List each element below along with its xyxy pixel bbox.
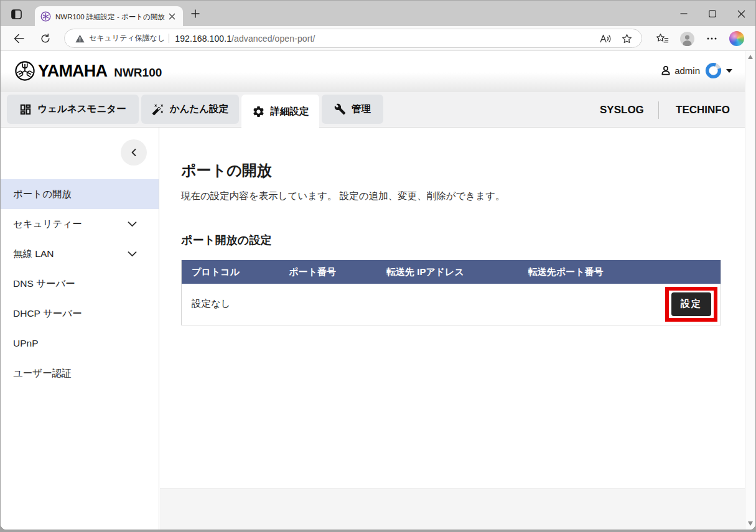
yamaha-logo-icon bbox=[14, 60, 35, 82]
sidebar-item-label: ユーザー認証 bbox=[13, 367, 72, 380]
wrench-icon bbox=[334, 103, 346, 115]
tab-label: 詳細設定 bbox=[271, 105, 309, 118]
sidebar-item-upnp[interactable]: UPnP bbox=[1, 329, 159, 358]
browser-tabbar: NWR100 詳細設定 - ポートの開放 bbox=[1, 0, 755, 26]
sidebar-item-label: UPnP bbox=[13, 338, 39, 349]
tab-wellness-monitor[interactable]: ウェルネスモニター bbox=[7, 95, 139, 124]
tab-label: ウェルネスモニター bbox=[37, 103, 126, 116]
sidebar: ポートの開放 セキュリティー 無線 LAN bbox=[1, 128, 159, 530]
site-favicon-icon bbox=[40, 11, 51, 22]
scrollbar-down-icon[interactable] bbox=[748, 521, 753, 526]
url-path: /advanced/open-port/ bbox=[231, 34, 315, 44]
sidebar-item-label: DNS サーバー bbox=[13, 278, 75, 291]
tab-easy-setup[interactable]: かんたん設定 bbox=[141, 95, 239, 124]
document: ポートの開放 現在の設定内容を表示しています。 設定の追加、変更、削除ができます… bbox=[181, 128, 721, 325]
content-area: ポートの開放 セキュリティー 無線 LAN bbox=[1, 128, 745, 530]
sidebar-item-dhcp-server[interactable]: DHCP サーバー bbox=[1, 299, 159, 329]
sidebar-item-wireless-lan[interactable]: 無線 LAN bbox=[1, 239, 159, 269]
table-row: 設定なし 設定 bbox=[182, 284, 721, 325]
address-bar[interactable]: セキュリティ保護なし 192.168.100.1/advanced/open-p… bbox=[64, 29, 642, 48]
copilot-button[interactable] bbox=[724, 31, 749, 46]
tab-advanced-settings[interactable]: 詳細設定 bbox=[241, 95, 319, 128]
new-tab-button[interactable] bbox=[189, 7, 202, 20]
page-title: ポートの開放 bbox=[181, 160, 721, 181]
sidebar-item-label: ポートの開放 bbox=[13, 188, 72, 201]
favorites-list-icon bbox=[656, 33, 669, 44]
site-nav: ウェルネスモニター かんたん設定 詳細設定 管理 SYSLOG bbox=[1, 92, 745, 128]
sidebar-collapse-button[interactable] bbox=[121, 139, 147, 166]
column-header-actions bbox=[652, 260, 721, 284]
tab-title: NWR100 詳細設定 - ポートの開放 bbox=[55, 12, 165, 22]
sidebar-item-security[interactable]: セキュリティー bbox=[1, 209, 159, 239]
tab-overview-button[interactable] bbox=[9, 8, 24, 21]
scrollbar-up-icon[interactable] bbox=[748, 55, 753, 59]
magic-wand-icon bbox=[152, 103, 164, 116]
user-icon bbox=[660, 65, 671, 76]
settings-more-button[interactable] bbox=[699, 31, 724, 46]
gear-icon bbox=[252, 105, 265, 118]
window-minimize-button[interactable] bbox=[670, 1, 698, 27]
account-name: admin bbox=[674, 65, 700, 76]
browser-tab[interactable]: NWR100 詳細設定 - ポートの開放 bbox=[35, 6, 183, 27]
page-description: 現在の設定内容を表示しています。 設定の追加、変更、削除ができます。 bbox=[181, 189, 721, 203]
security-warning[interactable]: セキュリティ保護なし bbox=[75, 33, 165, 44]
dashboard-icon bbox=[19, 103, 32, 116]
status-spinner-icon bbox=[705, 62, 722, 79]
window-controls bbox=[670, 1, 755, 27]
read-aloud-icon bbox=[600, 34, 612, 44]
tab-overview-icon bbox=[11, 9, 22, 19]
copilot-icon bbox=[729, 31, 744, 46]
plus-icon bbox=[191, 9, 200, 18]
page-scrollbar[interactable] bbox=[745, 51, 755, 530]
tab-label: 管理 bbox=[352, 103, 371, 116]
sidebar-menu: ポートの開放 セキュリティー 無線 LAN bbox=[1, 179, 159, 388]
minimize-icon bbox=[680, 10, 688, 17]
close-icon bbox=[737, 10, 745, 18]
chevron-down-icon bbox=[726, 69, 732, 73]
toolbar-actions bbox=[650, 31, 749, 46]
warning-triangle-icon bbox=[75, 34, 85, 43]
syslog-link[interactable]: SYSLOG bbox=[600, 104, 644, 116]
sidebar-item-dns-server[interactable]: DNS サーバー bbox=[1, 269, 159, 299]
column-header-dest-port: 転送先ポート番号 bbox=[518, 260, 652, 284]
profile-avatar-icon bbox=[680, 32, 694, 46]
browser-window: NWR100 詳細設定 - ポートの開放 bbox=[1, 0, 755, 530]
account-menu[interactable]: admin bbox=[660, 62, 732, 79]
configure-button[interactable]: 設定 bbox=[671, 292, 711, 316]
page-footer bbox=[160, 488, 745, 530]
tab-management[interactable]: 管理 bbox=[322, 95, 383, 124]
refresh-button[interactable] bbox=[38, 31, 53, 46]
favorites-hub-button[interactable] bbox=[650, 31, 674, 46]
favorite-button[interactable] bbox=[619, 31, 634, 46]
maximize-icon bbox=[709, 10, 716, 17]
techinfo-link[interactable]: TECHINFO bbox=[676, 104, 730, 116]
nav-link-separator bbox=[658, 101, 659, 119]
refresh-icon bbox=[40, 34, 50, 44]
column-header-port: ポート番号 bbox=[279, 260, 376, 284]
chevron-down-icon bbox=[128, 222, 137, 227]
browser-toolbar: セキュリティ保護なし 192.168.100.1/advanced/open-p… bbox=[1, 26, 755, 51]
brand: YAMAHA NWR100 bbox=[14, 60, 162, 82]
omnibox-actions bbox=[598, 31, 634, 46]
model-name: NWR100 bbox=[114, 66, 162, 80]
page-viewport: YAMAHA NWR100 admin bbox=[1, 51, 755, 530]
profile-button[interactable] bbox=[674, 31, 699, 46]
star-icon bbox=[622, 34, 632, 44]
sidebar-item-user-auth[interactable]: ユーザー認証 bbox=[1, 358, 159, 388]
site-header: YAMAHA NWR100 admin bbox=[1, 51, 745, 92]
back-button[interactable] bbox=[11, 31, 26, 46]
brand-name: YAMAHA bbox=[38, 62, 107, 81]
url-text: 192.168.100.1/advanced/open-port/ bbox=[175, 34, 315, 44]
column-header-protocol: プロトコル bbox=[182, 260, 279, 284]
url-host: 192.168.100.1 bbox=[175, 34, 231, 44]
window-maximize-button[interactable] bbox=[698, 1, 727, 27]
annotation-highlight-box: 設定 bbox=[665, 287, 717, 322]
window-close-button[interactable] bbox=[727, 1, 755, 27]
column-header-dest-ip: 転送先 IPアドレス bbox=[376, 260, 518, 284]
security-label: セキュリティ保護なし bbox=[89, 33, 165, 44]
tab-close-button[interactable] bbox=[166, 11, 178, 22]
sidebar-item-port-open[interactable]: ポートの開放 bbox=[1, 179, 159, 209]
sidebar-item-label: セキュリティー bbox=[13, 218, 82, 231]
port-forwarding-table: プロトコル ポート番号 転送先 IPアドレス 転送先ポート番号 設定なし bbox=[181, 260, 721, 325]
read-aloud-button[interactable] bbox=[598, 31, 613, 46]
